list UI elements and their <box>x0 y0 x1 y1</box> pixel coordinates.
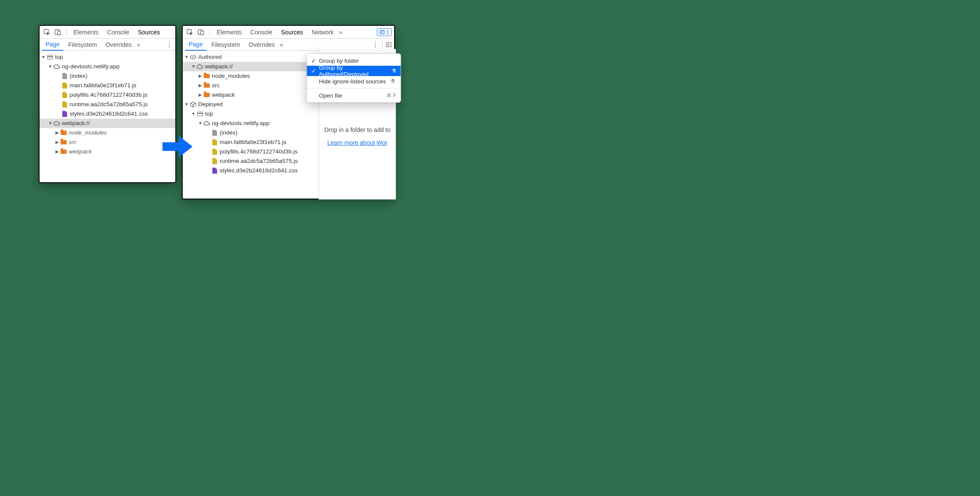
frame-icon <box>196 110 203 117</box>
menu-group-authored-deployed[interactable]: ✓ Group by Authored/Deployed ⚗ <box>307 66 401 76</box>
tree-label: styles.d3e2b24618d2c641.css <box>70 109 148 119</box>
main-tabs: Elements Console Sources <box>40 26 175 39</box>
issues-count: 1 <box>386 29 389 35</box>
file-icon <box>61 73 68 80</box>
tree-label: top <box>205 109 213 119</box>
tree-label: main.fa8bfa0e23f1eb71.js <box>220 138 286 147</box>
subtab-page[interactable]: Page <box>42 39 63 51</box>
folder-icon <box>203 73 210 80</box>
tree-file-polyfills[interactable]: polyfills.4c768d7122740d3b.js <box>40 90 175 100</box>
tree-label: top <box>55 52 63 62</box>
subtab-filesystem[interactable]: Filesystem <box>208 39 244 51</box>
cloud-icon <box>53 63 60 70</box>
tree-file-main[interactable]: main.fa8bfa0e23f1eb71.js <box>40 81 175 90</box>
menu-open-file[interactable]: Open file ⌘ P <box>307 90 401 101</box>
menu-label: Group by Authored/Deployed <box>319 64 387 77</box>
tab-sources[interactable]: Sources <box>278 26 306 39</box>
tree-label: runtime.aa2dc5a72b65a575.js <box>220 156 298 166</box>
tree-label: runtime.aa2dc5a72b65a575.js <box>70 100 148 109</box>
menu-label: Open file <box>319 92 342 99</box>
issues-icon <box>380 30 385 35</box>
tab-elements[interactable]: Elements <box>213 26 245 39</box>
hint-text: Drop in a folder to add to <box>319 126 396 133</box>
tree-file-styles[interactable]: styles.d3e2b24618d2c641.css <box>183 166 320 175</box>
tree-file-index[interactable]: (index) <box>40 71 175 81</box>
tree-label: (index) <box>70 71 87 81</box>
subtab-filesystem[interactable]: Filesystem <box>65 39 101 51</box>
file-css-icon <box>211 167 218 174</box>
file-js-icon <box>61 92 68 98</box>
device-toggle-icon[interactable] <box>53 28 63 37</box>
file-tree-before: ▼top ▼ng-devtools.netlify.app (index) ma… <box>40 51 175 158</box>
tree-node-modules[interactable]: ▶node_modules <box>40 128 175 138</box>
tree-frame-top[interactable]: ▼top <box>183 109 320 119</box>
folder-icon <box>60 129 67 136</box>
tree-authored[interactable]: ▼Authored <box>183 52 320 62</box>
subtab-overrides[interactable]: Overrides <box>102 39 135 51</box>
tree-webpack-dir[interactable]: ▶webpack <box>40 147 175 156</box>
more-tabs-icon[interactable]: » <box>339 29 342 36</box>
tree-label: (index) <box>220 128 237 138</box>
panel-layout-icon[interactable] <box>382 40 392 49</box>
folder-icon <box>203 92 210 98</box>
more-tabs-icon[interactable]: » <box>280 41 283 48</box>
tab-sources[interactable]: Sources <box>135 26 163 39</box>
issues-badge[interactable]: 1 <box>377 28 392 36</box>
main-tabs: Elements Console Sources Network » 1 <box>183 26 394 39</box>
tree-node-modules[interactable]: ▶node_modules <box>183 71 320 81</box>
tab-elements[interactable]: Elements <box>70 26 102 39</box>
subtab-overrides[interactable]: Overrides <box>245 39 279 51</box>
divider <box>66 28 67 36</box>
tree-file-polyfills[interactable]: polyfills.4c768d7122740d3b.js <box>183 147 320 156</box>
sources-subtabs: Page Filesystem Overrides » ⋮ <box>40 39 175 51</box>
tree-label: webpack:// <box>62 119 90 128</box>
tree-label: webpack <box>212 90 235 100</box>
menu-hide-ignore-listed[interactable]: Hide ignore-listed sources ⚗ <box>307 76 401 86</box>
tree-deployed[interactable]: ▼Deployed <box>183 100 320 109</box>
tab-console[interactable]: Console <box>104 26 132 39</box>
file-js-icon <box>211 148 218 155</box>
svg-rect-5 <box>201 31 204 35</box>
more-tabs-icon[interactable]: » <box>137 41 140 48</box>
tree-label: ng-devtools.netlify.app <box>62 62 119 71</box>
menu-label: Group by folder <box>319 58 359 64</box>
tree-webpack[interactable]: ▼webpack:// <box>183 62 320 71</box>
check-icon: ✓ <box>311 57 316 64</box>
tab-network[interactable]: Network <box>308 26 337 39</box>
subtab-page[interactable]: Page <box>185 39 206 51</box>
tab-console[interactable]: Console <box>247 26 276 39</box>
cloud-icon <box>203 120 210 127</box>
tree-file-index[interactable]: (index) <box>183 128 320 138</box>
tree-domain[interactable]: ▼ng-devtools.netlify.app <box>40 62 175 71</box>
tree-src[interactable]: ▶src <box>40 138 175 147</box>
tree-label: polyfills.4c768d7122740d3b.js <box>220 147 297 156</box>
more-options-icon[interactable]: ⋮ <box>372 40 379 49</box>
tree-label: ng-devtools.netlify.app <box>212 119 270 128</box>
folder-icon <box>203 82 210 89</box>
tree-frame-top[interactable]: ▼top <box>40 52 175 62</box>
tree-webpack-dir[interactable]: ▶webpack <box>183 90 320 100</box>
learn-more-link[interactable]: Learn more about Wor <box>328 139 388 146</box>
divider <box>209 28 210 36</box>
tree-domain[interactable]: ▼ng-devtools.netlify.app <box>183 119 320 128</box>
check-icon: ✓ <box>311 67 316 74</box>
tree-label: webpack <box>69 147 92 156</box>
tree-webpack[interactable]: ▼webpack:// <box>40 119 175 128</box>
tree-src[interactable]: ▶src <box>183 81 320 90</box>
tree-file-main[interactable]: main.fa8bfa0e23f1eb71.js <box>183 138 320 147</box>
file-tree-after: ▼Authored ▼webpack:// ▶node_modules ▶src… <box>183 51 320 177</box>
tree-label: Deployed <box>198 100 223 109</box>
inspect-icon[interactable] <box>42 28 52 37</box>
tree-file-styles[interactable]: styles.d3e2b24618d2c641.css <box>40 109 175 119</box>
tree-file-runtime[interactable]: runtime.aa2dc5a72b65a575.js <box>183 156 320 166</box>
device-toggle-icon[interactable] <box>196 28 206 37</box>
more-options-icon[interactable]: ⋮ <box>166 40 173 49</box>
transition-arrow-icon <box>162 136 193 157</box>
cloud-icon <box>196 63 203 70</box>
inspect-icon[interactable] <box>185 28 195 37</box>
context-menu: ✓ Group by folder ✓ Group by Authored/De… <box>306 53 401 103</box>
tree-file-runtime[interactable]: runtime.aa2dc5a72b65a575.js <box>40 100 175 109</box>
file-css-icon <box>61 110 68 117</box>
folder-icon <box>60 139 67 146</box>
frame-icon <box>46 54 53 61</box>
